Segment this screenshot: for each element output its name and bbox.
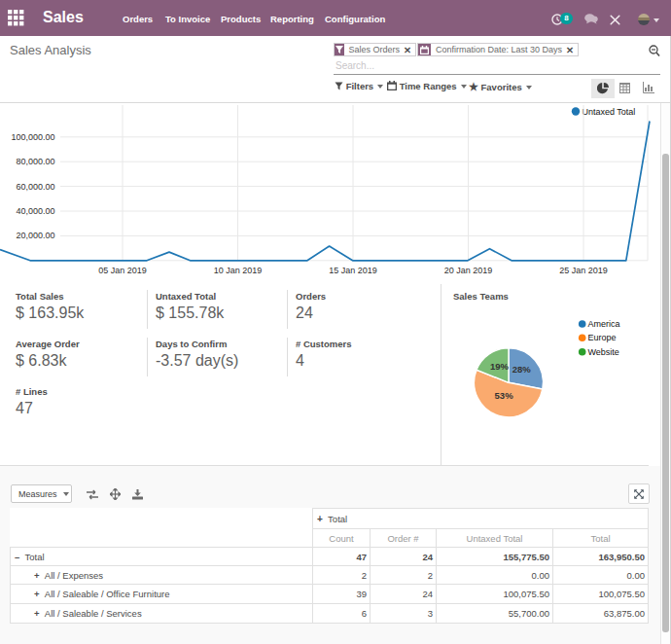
svg-text:20,000.00: 20,000.00 [16, 231, 54, 240]
svg-text:15 Jan 2019: 15 Jan 2019 [329, 266, 377, 275]
svg-text:25 Jan 2019: 25 Jan 2019 [559, 266, 608, 275]
svg-text:60,000.00: 60,000.00 [16, 182, 54, 192]
svg-text:19%: 19% [490, 361, 510, 372]
svg-text:America: America [588, 319, 620, 329]
svg-text:100,000.00: 100,000.00 [11, 132, 54, 142]
svg-text:05 Jan 2019: 05 Jan 2019 [98, 266, 147, 275]
svg-text:53%: 53% [495, 390, 514, 401]
svg-text:10 Jan 2019: 10 Jan 2019 [214, 266, 263, 275]
svg-text:28%: 28% [512, 364, 532, 375]
svg-text:40,000.00: 40,000.00 [16, 206, 54, 216]
svg-text:20 Jan 2019: 20 Jan 2019 [444, 266, 493, 275]
svg-text:Website: Website [588, 347, 619, 357]
svg-text:Untaxed Total: Untaxed Total [583, 107, 636, 117]
svg-text:80,000.00: 80,000.00 [16, 157, 54, 166]
svg-text:Europe: Europe [588, 333, 617, 342]
